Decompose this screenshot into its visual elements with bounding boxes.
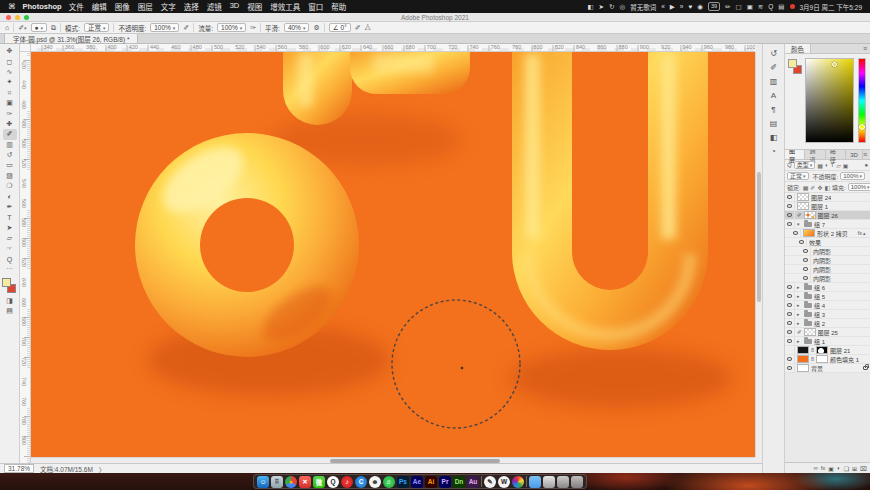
chevron-right-icon[interactable]: ▸ xyxy=(797,338,802,344)
document-tab[interactable]: 字体-圆.psd @ 31.3%(图层 26, RGB/8) * xyxy=(4,34,138,43)
dock-icon-window-preview[interactable] xyxy=(557,476,569,488)
tool-gradient-tool[interactable]: ▨ xyxy=(3,171,17,181)
menu-item[interactable]: 文件 xyxy=(69,1,84,12)
new-layer-icon[interactable]: ⊞ xyxy=(852,465,857,472)
target-icon[interactable]: ◎ xyxy=(619,3,625,11)
vertical-ruler[interactable]: 4204404604805005205405605806006206406606… xyxy=(20,52,31,463)
filter-toggle-icon[interactable]: ● xyxy=(864,162,868,168)
layer-filter-type-select[interactable]: 类型▾ xyxy=(794,161,816,169)
layer-thumbnail[interactable] xyxy=(797,193,809,201)
hue-slider[interactable] xyxy=(858,58,866,143)
dock-icon-photoshop[interactable]: Ps xyxy=(397,476,409,488)
dock-icon-wacom-app[interactable]: W xyxy=(498,476,510,488)
brush-preset-picker[interactable]: ●▾ xyxy=(31,23,47,32)
menu-item[interactable]: 图像 xyxy=(115,1,130,12)
visibility-toggle[interactable] xyxy=(785,328,795,336)
opacity-select[interactable]: 100%▾ xyxy=(150,23,179,32)
dock-icon-premiere[interactable]: Pr xyxy=(439,476,451,488)
lock-transparency-icon[interactable]: ▦ xyxy=(803,184,809,191)
chevron-right-icon[interactable]: ▸ xyxy=(797,284,802,290)
visibility-toggle[interactable] xyxy=(785,337,795,345)
tool-healing-brush-tool[interactable]: ✚ xyxy=(3,119,17,129)
lock-position-icon[interactable]: ✥ xyxy=(817,184,822,191)
visibility-toggle[interactable] xyxy=(785,310,795,318)
dock-icon-downloads-folder[interactable] xyxy=(529,476,541,488)
recording-indicator-icon[interactable] xyxy=(790,4,795,9)
tool-brush-tool[interactable]: ✐ xyxy=(3,129,17,139)
visibility-toggle[interactable] xyxy=(791,229,801,237)
dock-icon-after-effects[interactable]: Ae xyxy=(411,476,423,488)
pressure-opacity-icon[interactable]: ✐ xyxy=(183,24,189,32)
toggle-brush-panel-icon[interactable]: ⧉ xyxy=(51,24,56,32)
filter-type-layers-icon[interactable]: T xyxy=(831,162,835,168)
tool-eraser-tool[interactable]: ▭ xyxy=(3,160,17,170)
canvas-vertical-scrollbar[interactable] xyxy=(755,52,762,457)
tool-move-tool[interactable]: ✥ xyxy=(3,46,17,56)
screen-mirroring-icon[interactable]: ◧ xyxy=(587,3,593,11)
menu-item[interactable]: 滤镜 xyxy=(207,1,222,12)
menubar-clock[interactable]: 3月9日 周二 下午5:29 xyxy=(800,2,863,12)
chevron-right-icon[interactable]: ▸ xyxy=(797,320,802,326)
keyboard-icon[interactable]: ▣ xyxy=(747,3,753,11)
layer-row-selected[interactable]: ✐ 图层 26 xyxy=(785,211,870,220)
canvas[interactable] xyxy=(31,52,755,457)
group-row[interactable]: ▸ 组 1 xyxy=(785,337,870,346)
dock-icon-launchpad[interactable]: ⠿ xyxy=(271,476,283,488)
layer-row[interactable]: 形状 2 拷贝 fx▴ xyxy=(785,229,870,238)
sync-icon[interactable]: ↻ xyxy=(609,3,614,11)
chevron-up-icon[interactable]: ▴ xyxy=(863,230,868,236)
dock-icon-person-app[interactable]: ☻ xyxy=(369,476,381,488)
menu-item[interactable]: 帮助 xyxy=(331,1,346,12)
filter-shape-layers-icon[interactable]: ▱ xyxy=(836,162,841,169)
delete-layer-icon[interactable]: ⌧ xyxy=(860,465,867,472)
blend-mode-select[interactable]: 正常▾ xyxy=(84,23,110,32)
tool-blur-tool[interactable]: ❍ xyxy=(3,181,17,191)
tool-quick-selection-tool[interactable]: ✦ xyxy=(3,77,17,87)
tool-marquee-tool[interactable]: ◻ xyxy=(3,56,17,66)
panel-icon-paragraph-panel-icon[interactable]: ¶ xyxy=(771,105,775,114)
location-icon[interactable]: ➤ xyxy=(599,3,604,11)
lock-all-icon[interactable]: ◧ xyxy=(824,184,830,191)
filter-smart-objects-icon[interactable]: ▣ xyxy=(843,162,849,169)
display-icon[interactable]: ▢ xyxy=(736,3,742,11)
color-field-marker[interactable] xyxy=(832,62,837,67)
menu-item[interactable]: 图层 xyxy=(138,1,153,12)
foreground-color-swatch[interactable] xyxy=(2,278,11,287)
chevron-right-icon[interactable]: ▸ xyxy=(797,293,802,299)
layer-thumbnail[interactable] xyxy=(797,364,809,372)
add-layer-mask-icon[interactable]: ▣ xyxy=(828,465,834,472)
filter-pixel-layers-icon[interactable]: ▦ xyxy=(817,162,823,169)
layer-fill-select[interactable]: 100%▾ xyxy=(848,183,870,191)
dock-icon-netease-music[interactable]: ♪ xyxy=(341,476,353,488)
visibility-toggle[interactable] xyxy=(785,283,795,291)
heart-icon[interactable]: ♥ xyxy=(688,3,692,10)
dock-icon-chrome[interactable]: ● xyxy=(285,476,297,488)
panel-icon-character-panel-icon[interactable]: A xyxy=(771,91,776,100)
tool-eyedropper-tool[interactable]: ✑ xyxy=(3,108,17,118)
layers-panel-menu-icon[interactable]: ≡ xyxy=(863,151,870,158)
layer-mask-thumbnail[interactable] xyxy=(816,346,828,354)
dock-icon-pencil-app[interactable]: ✎ xyxy=(484,476,496,488)
apple-menu[interactable]: ⌘ xyxy=(8,2,16,11)
layer-mask-thumbnail[interactable] xyxy=(816,355,828,363)
visibility-toggle[interactable] xyxy=(785,355,795,363)
dock-icon-wechat[interactable]: 微 xyxy=(313,476,325,488)
brush-tool-preset-icon[interactable]: ✐▾ xyxy=(18,24,26,32)
saturation-brightness-field[interactable] xyxy=(805,58,854,143)
dock-icon-illustrator[interactable]: Ai xyxy=(425,476,437,488)
smoothing-select[interactable]: 40%▾ xyxy=(284,23,310,32)
layer-thumbnail[interactable] xyxy=(803,229,815,237)
app-menu[interactable]: Photoshop xyxy=(23,2,62,11)
layer-thumbnail[interactable] xyxy=(804,211,816,219)
adjustment-layer-icon[interactable]: ◐ xyxy=(837,465,841,471)
menu-item[interactable]: 文字 xyxy=(161,1,176,12)
foreground-color-swatch[interactable] xyxy=(788,59,797,68)
search-icon[interactable]: Q xyxy=(768,3,773,10)
group-row[interactable]: ▸ 组 3 xyxy=(785,310,870,319)
dock-icon-finder[interactable]: ☺ xyxy=(257,476,269,488)
layer-thumbnail[interactable] xyxy=(797,202,809,210)
symmetry-icon[interactable]: ⧊ xyxy=(365,24,371,32)
panel-icon-libraries-panel-icon[interactable]: ▤ xyxy=(770,119,778,128)
menu-item[interactable]: 3D xyxy=(230,1,240,12)
tool-hand-tool[interactable]: ☞ xyxy=(3,243,17,253)
